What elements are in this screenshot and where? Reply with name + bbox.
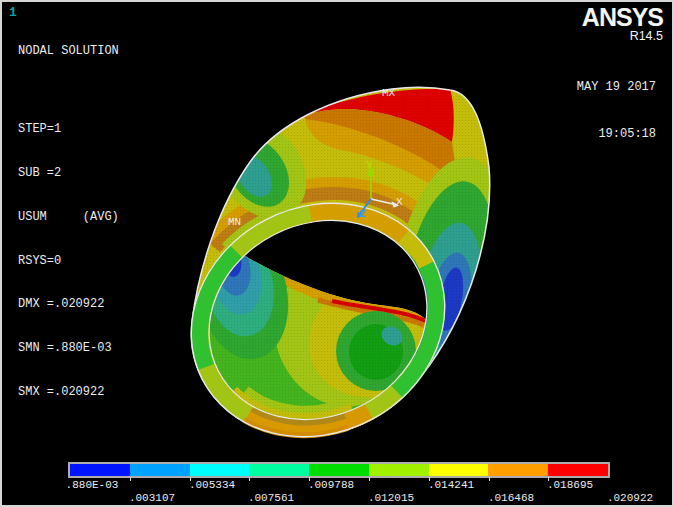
x-axis-label: X (396, 196, 403, 208)
min-node-label: MN (228, 216, 241, 228)
datetime-block: MAY 19 2017 19:05:18 (577, 49, 656, 173)
legend-value: .009788 (299, 479, 363, 491)
legend-color-segment (190, 464, 250, 476)
legend-tick (130, 477, 131, 481)
legend-color-segment (548, 464, 608, 476)
max-node-label: MX (382, 87, 396, 99)
info-line: USUM (AVG) (18, 210, 119, 225)
y-axis-label: Y (366, 159, 373, 171)
info-line: STEP=1 (18, 122, 119, 137)
ansys-version: R14.5 (582, 30, 663, 43)
contour-legend-bar (68, 462, 610, 478)
legend-value: .012015 (359, 492, 423, 504)
legend-color-segment (249, 464, 309, 476)
legend-value: .005334 (180, 479, 244, 491)
legend-color-segment (130, 464, 190, 476)
info-line: SMX =.020922 (18, 385, 119, 400)
ansys-logo: ANSYS (582, 4, 663, 30)
info-line: SUB =2 (18, 166, 119, 181)
legend-value: .003107 (120, 492, 184, 504)
brand-block: ANSYS R14.5 (582, 4, 663, 43)
time-label: 19:05:18 (577, 127, 656, 143)
date-label: MAY 19 2017 (577, 80, 656, 96)
legend-tick (369, 477, 370, 481)
legend-color-segment (309, 464, 369, 476)
legend-color-segment (70, 464, 130, 476)
legend-color-segment (488, 464, 548, 476)
info-line: SMN =.880E-03 (18, 341, 119, 356)
legend-value: .018695 (538, 479, 602, 491)
info-line: RSYS=0 (18, 254, 119, 269)
ansys-graphics-window: MX MN Y X Z 1 NODAL SOLUTION STEP=1 SUB … (0, 0, 674, 507)
info-line: NODAL SOLUTION (18, 44, 119, 59)
legend-tick (249, 477, 250, 481)
legend-color-segment (369, 464, 429, 476)
legend-color-segment (429, 464, 489, 476)
legend-value: .014241 (419, 479, 483, 491)
legend-value: .880E-03 (60, 479, 124, 491)
info-line: DMX =.020922 (18, 297, 119, 312)
legend-tick (489, 477, 490, 481)
window-number: 1 (9, 5, 17, 20)
legend-value: .020922 (598, 492, 662, 504)
legend-value: .016468 (479, 492, 543, 504)
analysis-info-block: NODAL SOLUTION STEP=1 SUB =2 USUM (AVG) … (18, 15, 119, 429)
legend-value: .007561 (239, 492, 303, 504)
z-axis-label: Z (359, 208, 366, 220)
